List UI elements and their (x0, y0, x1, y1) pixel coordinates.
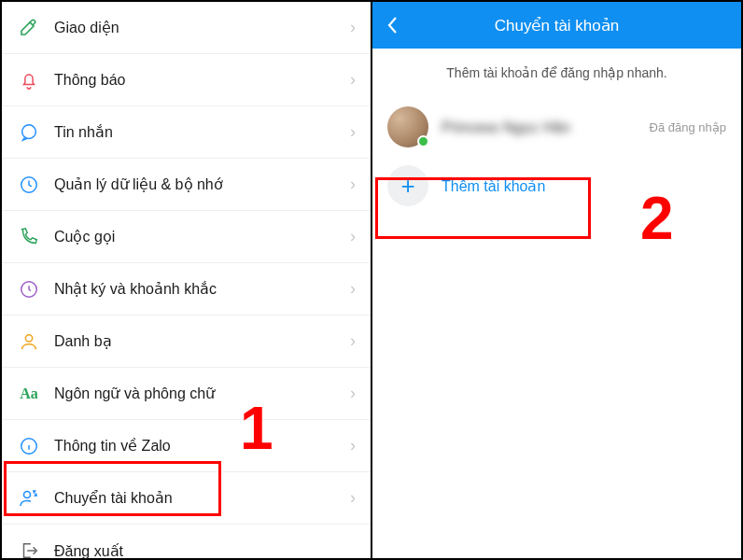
font-icon: Aa (17, 382, 41, 406)
logout-icon (17, 539, 41, 560)
header-bar: Chuyển tài khoản (372, 2, 741, 49)
label: Chuyển tài khoản (54, 489, 350, 507)
account-row[interactable]: Princess Ngọc Hân Đã đăng nhập (372, 97, 741, 157)
chevron-right-icon: › (350, 18, 356, 37)
annotation-step-1: 1 (240, 394, 273, 463)
svg-point-5 (24, 491, 31, 497)
settings-item-switch-account[interactable]: Chuyển tài khoản › (2, 472, 371, 525)
phone-icon (17, 225, 41, 249)
annotation-step-2: 2 (640, 184, 674, 253)
label: Tin nhắn (54, 123, 350, 141)
online-badge-icon (417, 135, 429, 147)
info-icon (17, 434, 41, 458)
chevron-right-icon: › (350, 279, 356, 299)
message-icon (17, 120, 41, 145)
switch-user-icon (17, 486, 41, 511)
chevron-right-icon: › (350, 436, 356, 455)
settings-item-contacts[interactable]: Danh bạ › (2, 315, 371, 368)
chevron-right-icon: › (350, 175, 356, 194)
chevron-right-icon: › (350, 331, 356, 351)
label: Nhật ký và khoảnh khắc (54, 280, 350, 298)
settings-item-timeline[interactable]: Nhật ký và khoảnh khắc › (2, 263, 371, 315)
svg-point-3 (25, 334, 32, 341)
plus-icon: + (387, 165, 428, 206)
settings-list: Giao diện › Thông báo › Tin nhắn › (2, 2, 371, 560)
brush-icon (17, 16, 41, 40)
settings-item-storage[interactable]: Quản lý dữ liệu & bộ nhớ › (2, 159, 371, 211)
label: Đăng xuất (54, 542, 356, 560)
chevron-right-icon: › (350, 70, 356, 90)
settings-item-interface[interactable]: Giao diện › (2, 2, 371, 54)
header-title: Chuyển tài khoản (372, 16, 741, 35)
settings-item-about[interactable]: Thông tin về Zalo › (2, 420, 371, 472)
label: Thông tin về Zalo (54, 437, 350, 455)
label: Thông báo (54, 72, 350, 89)
hint-text: Thêm tài khoản để đăng nhập nhanh. (372, 49, 741, 97)
avatar (387, 106, 428, 147)
settings-item-logout[interactable]: Đăng xuất (2, 525, 371, 560)
chevron-right-icon: › (350, 122, 356, 142)
back-button[interactable] (372, 2, 414, 49)
chevron-right-icon: › (350, 488, 356, 508)
chevron-right-icon: › (350, 384, 356, 403)
person-icon (17, 329, 41, 354)
account-name: Princess Ngọc Hân (442, 119, 650, 136)
clock-moment-icon (17, 277, 41, 301)
chevron-right-icon: › (350, 227, 356, 246)
label: Danh bạ (54, 332, 350, 350)
switch-account-panel: Chuyển tài khoản Thêm tài khoản để đăng … (372, 2, 741, 558)
account-status: Đã đăng nhập (650, 120, 726, 134)
settings-item-messages[interactable]: Tin nhắn › (2, 106, 371, 159)
settings-item-calls[interactable]: Cuộc gọi › (2, 211, 371, 263)
settings-panel: Giao diện › Thông báo › Tin nhắn › (2, 2, 372, 558)
clock-icon (17, 173, 41, 197)
label: Cuộc gọi (54, 228, 350, 245)
bell-icon (17, 68, 41, 92)
label: Ngôn ngữ và phông chữ (54, 385, 350, 402)
settings-item-notifications[interactable]: Thông báo › (2, 54, 371, 106)
add-account-button[interactable]: + Thêm tài khoản (372, 157, 741, 215)
settings-item-language[interactable]: Aa Ngôn ngữ và phông chữ › (2, 368, 371, 420)
label: Giao diện (54, 19, 350, 36)
label: Quản lý dữ liệu & bộ nhớ (54, 175, 350, 193)
add-account-label: Thêm tài khoản (442, 177, 545, 195)
